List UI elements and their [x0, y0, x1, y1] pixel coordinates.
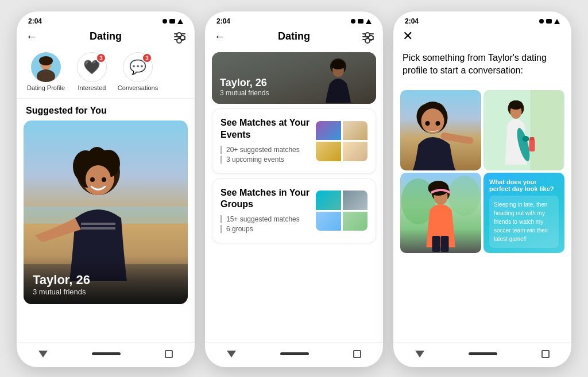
groups-card-images — [316, 191, 368, 231]
dating-profile-icon-item[interactable]: Dating Profile — [26, 52, 66, 91]
back-nav-2[interactable] — [227, 351, 236, 357]
svg-rect-38 — [530, 137, 535, 140]
event-img-3 — [316, 142, 341, 161]
group-img-4 — [343, 212, 368, 231]
wifi-icon-1 — [169, 19, 175, 24]
chat-question: What does your perfect day look like? — [489, 178, 559, 192]
svg-point-34 — [509, 100, 523, 110]
settings-line-2 — [174, 36, 185, 37]
back-nav-3[interactable] — [415, 351, 424, 357]
profile-card[interactable]: Taylor, 26 3 mutual friends — [24, 121, 188, 304]
featured-name: Taylor, 26 — [220, 77, 368, 89]
groups-card[interactable]: See Matches in Your Groups 15+ suggested… — [212, 178, 376, 244]
home-pill-2[interactable] — [280, 352, 309, 355]
conversations-badge: 3 — [142, 53, 152, 63]
back-button-1[interactable]: ← — [26, 30, 37, 43]
back-button-2[interactable]: ← — [214, 30, 226, 43]
home-pill-3[interactable] — [469, 352, 497, 355]
nav-title-1: Dating — [90, 30, 122, 42]
photo-cell-3[interactable] — [400, 173, 481, 253]
phone-3: 2:04 ✕ Pick something from Taylor's dati… — [393, 11, 571, 367]
bottom-nav-1 — [17, 342, 195, 367]
photo-cell-1[interactable] — [400, 90, 481, 170]
svg-point-29 — [436, 121, 440, 126]
close-button[interactable]: ✕ — [403, 30, 413, 42]
svg-point-41 — [448, 176, 481, 216]
phones-container: 2:04 ← Dating — [17, 11, 571, 367]
chat-answer: Sleeping in late, then heading out with … — [494, 200, 554, 243]
status-icons-2 — [351, 19, 372, 24]
interested-badge: 3 — [96, 53, 106, 63]
photo-grid: What does your perfect day look like? Sl… — [400, 90, 564, 253]
battery-icon-2 — [366, 19, 372, 24]
status-icons-1 — [163, 19, 183, 24]
settings-icon-2[interactable] — [362, 33, 374, 40]
chat-answer-bubble: Sleeping in late, then heading out with … — [489, 196, 559, 248]
yoga-photo-bg — [483, 90, 564, 170]
settings-icon-1[interactable] — [174, 33, 185, 40]
phone3-content: Pick something from Taylor's dating prof… — [393, 47, 571, 342]
settings-line-3 — [174, 39, 185, 40]
group-img-2 — [343, 191, 368, 210]
events-stat-1: 20+ suggested matches — [220, 146, 316, 154]
nav-bar-2: ← Dating — [205, 28, 383, 48]
svg-rect-31 — [531, 90, 564, 170]
svg-rect-16 — [81, 223, 115, 225]
svg-rect-46 — [441, 236, 449, 252]
bottom-nav-3 — [393, 342, 571, 367]
orange-photo-bg — [400, 173, 481, 253]
conversations-icon-item[interactable]: 💬 3 Conversations — [118, 52, 158, 91]
close-bar: ✕ — [393, 28, 571, 47]
overview-square-3[interactable] — [541, 350, 550, 358]
groups-stat-2: 6 groups — [220, 225, 316, 233]
status-bar-1: 2:04 — [17, 11, 195, 28]
signal-dot-1 — [163, 19, 167, 24]
events-card-left: See Matches at Your Events 20+ suggested… — [220, 117, 316, 165]
event-img-1 — [316, 121, 341, 141]
phone2-content: Taylor, 26 3 mutual friends See Matches … — [205, 48, 383, 342]
settings-line-1 — [174, 33, 185, 34]
home-pill-1[interactable] — [92, 352, 121, 355]
suggested-label: Suggested for You — [17, 99, 195, 121]
status-icons-3 — [539, 19, 560, 24]
featured-card[interactable]: Taylor, 26 3 mutual friends — [212, 52, 376, 104]
group-img-1 — [316, 191, 341, 210]
interested-icon-item[interactable]: 🖤 3 Interested — [72, 52, 112, 91]
phone-1: 2:04 ← Dating — [17, 11, 195, 367]
svg-point-28 — [425, 121, 430, 126]
back-nav-1[interactable] — [38, 351, 48, 357]
chat-bubble-bg: What does your perfect day look like? Sl… — [483, 173, 564, 253]
interested-icon-circle: 🖤 3 — [77, 52, 107, 82]
svg-point-14 — [90, 177, 95, 182]
svg-rect-45 — [432, 236, 440, 252]
dating-profile-label: Dating Profile — [27, 84, 65, 91]
profile-photo-svg — [31, 52, 61, 82]
profile-friends: 3 mutual friends — [33, 287, 179, 296]
photo-cell-4[interactable]: What does your perfect day look like? Sl… — [483, 173, 564, 253]
profile-name: Taylor, 26 — [33, 273, 179, 287]
time-1: 2:04 — [28, 17, 42, 25]
overview-square-1[interactable] — [165, 350, 173, 358]
events-card[interactable]: See Matches at Your Events 20+ suggested… — [212, 108, 376, 174]
nav-bar-1: ← Dating — [17, 28, 195, 48]
yoga-svg — [483, 90, 564, 170]
photo-cell-2[interactable] — [483, 90, 564, 170]
groups-card-title: See Matches in Your Groups — [220, 187, 316, 211]
overview-square-2[interactable] — [353, 350, 361, 358]
conversations-icon-circle: 💬 3 — [123, 52, 153, 82]
beach-photo-bg — [400, 90, 481, 170]
dating-profile-avatar — [31, 52, 61, 82]
featured-friends: 3 mutual friends — [220, 89, 368, 97]
events-card-title: See Matches at Your Events — [220, 117, 316, 141]
status-bar-2: 2:04 — [205, 11, 383, 28]
bottom-nav-2 — [205, 342, 383, 367]
svg-rect-17 — [81, 227, 115, 230]
beach-selfie-svg — [400, 90, 481, 170]
featured-overlay: Taylor, 26 3 mutual friends — [212, 52, 376, 104]
event-img-2 — [343, 121, 368, 141]
phone1-content: Suggested for You — [17, 99, 195, 342]
conversation-prompt: Pick something from Taylor's dating prof… — [403, 52, 562, 77]
groups-stat-1: 15+ suggested matches — [220, 215, 316, 223]
event-img-4 — [343, 142, 368, 161]
icons-row: Dating Profile 🖤 3 Interested 💬 3 Conver… — [17, 48, 195, 99]
